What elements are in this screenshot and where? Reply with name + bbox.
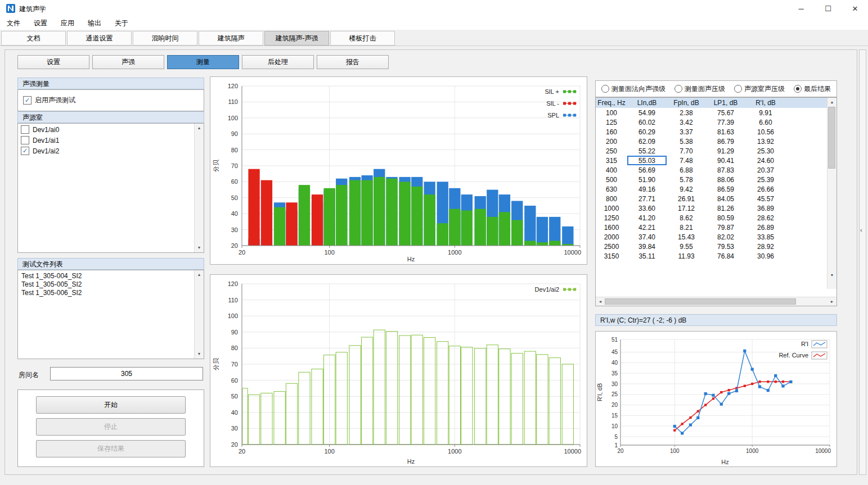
menu-about[interactable]: 关于	[108, 17, 135, 30]
table-cell[interactable]: 2000	[596, 232, 627, 242]
tab-channel-settings[interactable]: 通道设置	[67, 31, 132, 46]
table-cell[interactable]: 125	[596, 117, 627, 127]
tab-document[interactable]: 文档	[1, 31, 66, 46]
table-cell[interactable]: 80.59	[706, 213, 745, 223]
table-cell[interactable]: 39.84	[627, 242, 667, 251]
table-cell[interactable]: 7.70	[667, 146, 706, 156]
test-file-item[interactable]: Test 1_305-004_SI2	[18, 272, 194, 280]
table-vscroll[interactable]: ▲ ▼	[827, 98, 836, 289]
table-cell[interactable]: 1250	[596, 213, 627, 223]
table-hscroll[interactable]: ◄ ►	[596, 297, 836, 306]
table-cell[interactable]: 9.55	[667, 242, 706, 251]
side-panel-expander[interactable]: ‹	[859, 49, 866, 475]
table-cell[interactable]: 86.59	[706, 184, 745, 194]
table-cell[interactable]: 3150	[596, 251, 627, 261]
table-cell[interactable]: 100	[596, 108, 627, 117]
room-name-input[interactable]	[50, 367, 203, 380]
table-cell[interactable]: 36.89	[745, 203, 786, 213]
radio-icon[interactable]	[794, 85, 802, 93]
table-cell[interactable]: 8.62	[667, 213, 706, 223]
maximize-button[interactable]: ☐	[821, 4, 835, 13]
scroll-up-icon[interactable]: ▲	[195, 271, 204, 279]
table-cell[interactable]: 5.38	[667, 137, 706, 146]
table-cell[interactable]: 6.60	[745, 117, 786, 127]
table-cell[interactable]: 6.88	[667, 165, 706, 175]
scroll-down-icon[interactable]: ▼	[827, 271, 836, 279]
enable-si-checkbox-row[interactable]: ✓ 启用声强测试	[18, 95, 204, 106]
table-cell[interactable]: 42.21	[627, 223, 667, 232]
table-cell[interactable]: 400	[596, 165, 627, 175]
table-cell[interactable]: 200	[596, 137, 627, 146]
tab-measure[interactable]: 测量	[167, 55, 239, 69]
table-cell[interactable]: 2.38	[667, 108, 706, 117]
close-button[interactable]: ✕	[848, 4, 862, 13]
table-cell[interactable]: 250	[596, 146, 627, 156]
table-cell[interactable]: 79.87	[706, 223, 745, 232]
table-cell[interactable]: 800	[596, 194, 627, 203]
radio-option[interactable]: 声源室声压级	[734, 84, 785, 94]
table-cell[interactable]: 5.78	[667, 175, 706, 184]
table-cell[interactable]: 1000	[596, 203, 627, 213]
channel-item[interactable]: Dev1/ai1	[18, 135, 194, 146]
table-cell[interactable]: 24.60	[745, 156, 786, 165]
table-cell[interactable]: 51.90	[627, 175, 667, 184]
table-cell[interactable]: 54.99	[627, 108, 667, 117]
table-cell[interactable]: 79.53	[706, 242, 745, 251]
scrollbar-thumb[interactable]	[828, 107, 835, 169]
table-cell[interactable]: 88.06	[706, 175, 745, 184]
tab-report[interactable]: 报告	[317, 55, 389, 69]
scroll-up-icon[interactable]: ▲	[195, 124, 204, 132]
checkbox-icon[interactable]: ✓	[23, 96, 32, 105]
table-cell[interactable]: 86.79	[706, 137, 745, 146]
radio-option[interactable]: 测量面法向声强级	[601, 84, 665, 94]
table-cell[interactable]: 27.71	[627, 194, 667, 203]
radio-icon[interactable]	[674, 85, 682, 93]
table-cell[interactable]: 13.92	[745, 137, 786, 146]
table-cell[interactable]: 75.67	[706, 108, 745, 117]
table-cell[interactable]: 26.91	[667, 194, 706, 203]
table-cell[interactable]: 26.66	[745, 184, 786, 194]
table-cell[interactable]: 26.89	[745, 223, 786, 232]
menu-output[interactable]: 输出	[81, 17, 108, 30]
stop-button[interactable]: 停止	[36, 418, 186, 436]
table-cell[interactable]: 84.05	[706, 194, 745, 203]
radio-option[interactable]: 最后结果	[794, 84, 831, 94]
table-cell[interactable]: 630	[596, 184, 627, 194]
channel-checkbox[interactable]: ✓	[21, 147, 29, 155]
table-cell[interactable]: 7.48	[667, 156, 706, 165]
scroll-up-icon[interactable]: ▲	[827, 98, 836, 106]
table-cell[interactable]: 160	[596, 127, 627, 137]
table-cell[interactable]: 28.92	[745, 242, 786, 251]
radio-icon[interactable]	[601, 85, 609, 93]
minimize-button[interactable]: ─	[794, 4, 808, 13]
scroll-down-icon[interactable]: ▼	[195, 350, 204, 358]
table-cell[interactable]: 56.69	[627, 165, 667, 175]
table-cell[interactable]: 87.83	[706, 165, 745, 175]
table-cell[interactable]: 15.43	[667, 232, 706, 242]
table-cell[interactable]: 91.29	[706, 146, 745, 156]
table-cell[interactable]: 81.26	[706, 203, 745, 213]
table-cell[interactable]: 35.11	[627, 251, 667, 261]
radio-option[interactable]: 测量面声压级	[674, 84, 725, 94]
table-cell[interactable]: 60.02	[627, 117, 667, 127]
channel-item[interactable]: Dev1/ai0	[18, 124, 194, 135]
scroll-right-icon[interactable]: ►	[828, 297, 836, 306]
table-cell[interactable]: 55.22	[627, 146, 667, 156]
table-cell[interactable]: 500	[596, 175, 627, 184]
table-cell[interactable]: 37.40	[627, 232, 667, 242]
tab-floor-impact[interactable]: 楼板打击	[330, 31, 395, 46]
test-file-item[interactable]: Test 1_305-005_SI2	[18, 280, 194, 289]
test-file-item[interactable]: Test 1_305-006_SI2	[18, 289, 194, 297]
table-cell[interactable]: 25.39	[745, 175, 786, 184]
radio-icon[interactable]	[734, 85, 742, 93]
table-cell[interactable]: 30.96	[745, 251, 786, 261]
menu-file[interactable]: 文件	[0, 17, 27, 30]
table-cell[interactable]: 55.03	[627, 156, 667, 165]
table-cell[interactable]: 9.91	[745, 108, 786, 117]
channel-item[interactable]: ✓Dev1/ai2	[18, 146, 194, 156]
table-cell[interactable]: 315	[596, 156, 627, 165]
table-cell[interactable]: 10.56	[745, 127, 786, 137]
tab-building-insulation[interactable]: 建筑隔声	[199, 31, 263, 46]
start-button[interactable]: 开始	[36, 396, 186, 414]
save-results-button[interactable]: 保存结果	[36, 440, 186, 457]
